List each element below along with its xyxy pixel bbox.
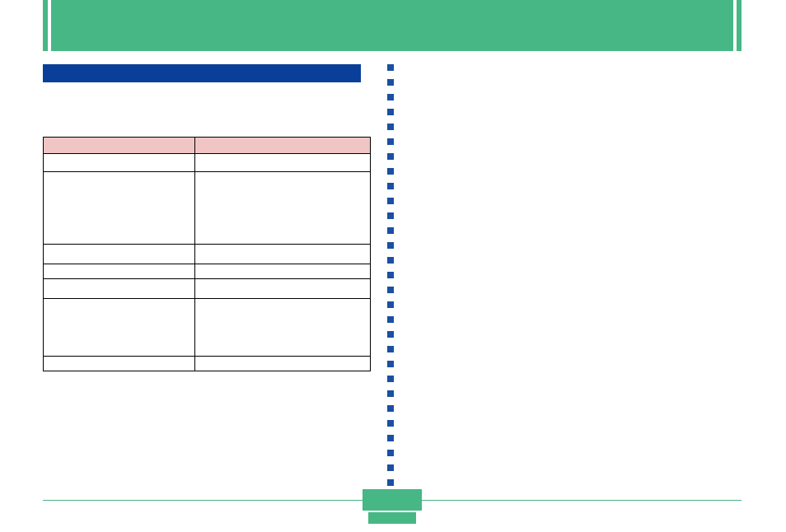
table-cell [194,245,370,264]
table-row [44,299,371,357]
table-cell [44,264,195,279]
page [0,0,786,532]
table-cell [44,172,195,245]
footer-page-badge [363,489,422,511]
banner [51,0,733,51]
table-cell [44,245,195,264]
table-row [44,245,371,264]
table-row [44,264,371,279]
footer-page-badge-lower [368,512,416,524]
table-cell [44,357,195,371]
column-divider [387,64,394,492]
table-row [44,357,371,371]
table-cell [44,279,195,299]
table-cell [194,154,370,172]
details-table [43,137,371,371]
table-cell [44,154,195,172]
table-cell [194,172,370,245]
table-row [44,172,371,245]
banner-right-stripe [737,0,742,51]
table-cell [194,264,370,279]
table-row [44,279,371,299]
table-cell [194,357,370,371]
table-cell [44,299,195,357]
table-cell [194,299,370,357]
table-cell [194,279,370,299]
table-row [44,154,371,172]
table-header-cell [44,138,195,154]
table-header-row [44,138,371,154]
table-header-cell [194,138,370,154]
section-heading-bar [43,64,361,82]
